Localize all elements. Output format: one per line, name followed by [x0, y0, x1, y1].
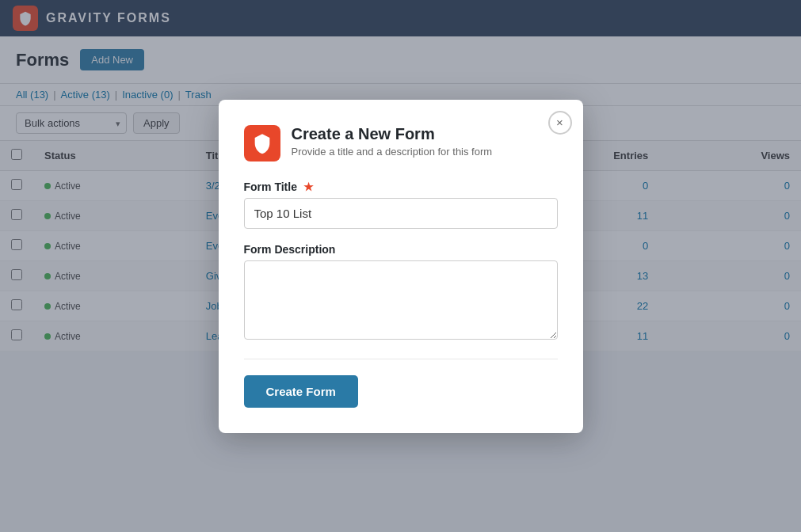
modal-divider [244, 359, 558, 359]
form-title-group: Form Title ★ [244, 180, 558, 229]
modal-title-group: Create a New Form Provide a title and a … [292, 125, 493, 158]
create-form-button[interactable]: Create Form [244, 375, 358, 408]
required-star: ★ [303, 180, 314, 193]
modal-title: Create a New Form [292, 125, 493, 143]
form-description-label: Form Description [244, 243, 558, 256]
form-title-input[interactable] [244, 198, 558, 229]
modal-close-button[interactable]: × [548, 111, 572, 135]
form-description-textarea[interactable] [244, 260, 558, 340]
form-title-label: Form Title ★ [244, 180, 558, 193]
modal-overlay[interactable]: × Create a New Form Provide a title and … [0, 0, 801, 532]
modal-subtitle: Provide a title and a description for th… [292, 146, 493, 158]
modal-header: Create a New Form Provide a title and a … [244, 125, 558, 162]
create-form-modal: × Create a New Form Provide a title and … [219, 100, 583, 433]
form-description-group: Form Description [244, 243, 558, 343]
modal-logo-icon [244, 125, 280, 162]
